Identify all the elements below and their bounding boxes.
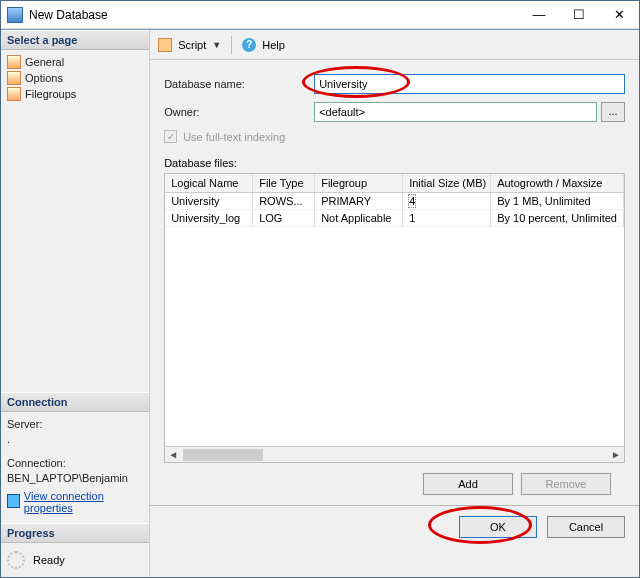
col-logical-name[interactable]: Logical Name xyxy=(165,174,253,192)
help-icon: ? xyxy=(242,38,256,52)
cell-file-type[interactable]: LOG xyxy=(253,210,315,226)
page-label: Filegroups xyxy=(25,88,76,100)
progress-spinner-icon xyxy=(7,551,25,569)
script-icon xyxy=(158,38,172,52)
progress-status: Ready xyxy=(33,554,65,566)
sidebar-item-filegroups[interactable]: Filegroups xyxy=(7,86,143,102)
sidebar-item-options[interactable]: Options xyxy=(7,70,143,86)
remove-button: Remove xyxy=(521,473,611,495)
cancel-button[interactable]: Cancel xyxy=(547,516,625,538)
properties-icon xyxy=(7,494,20,508)
progress-header: Progress xyxy=(1,523,149,543)
page-icon xyxy=(7,55,21,69)
toolbar: Script ▼ ? Help xyxy=(150,30,639,60)
fulltext-label: Use full-text indexing xyxy=(183,131,285,143)
connection-header: Connection xyxy=(1,392,149,412)
titlebar[interactable]: New Database — ☐ ✕ xyxy=(1,1,639,29)
cell-initial-size[interactable]: 4 xyxy=(408,194,416,208)
scroll-right-icon[interactable]: ► xyxy=(608,448,624,462)
page-label: Options xyxy=(25,72,63,84)
minimize-button[interactable]: — xyxy=(519,1,559,29)
form-area: Database name: Owner: ... ✓ Use full-tex… xyxy=(150,60,639,505)
database-name-label: Database name: xyxy=(164,78,314,90)
cell-autogrowth[interactable]: By 10 percent, Unlimited xyxy=(491,210,624,226)
scroll-thumb[interactable] xyxy=(183,449,263,461)
dialog-footer: OK Cancel xyxy=(150,505,639,548)
col-file-type[interactable]: File Type xyxy=(253,174,315,192)
grid-h-scrollbar[interactable]: ◄ ► xyxy=(165,446,624,462)
owner-input[interactable] xyxy=(314,102,597,122)
page-icon xyxy=(7,87,21,101)
cell-file-type[interactable]: ROWS... xyxy=(253,193,315,209)
col-filegroup[interactable]: Filegroup xyxy=(315,174,403,192)
sidebar: Select a page General Options Filegroups… xyxy=(1,30,150,577)
close-button[interactable]: ✕ xyxy=(599,1,639,29)
maximize-button[interactable]: ☐ xyxy=(559,1,599,29)
server-label: Server: xyxy=(7,418,143,430)
owner-browse-button[interactable]: ... xyxy=(601,102,625,122)
server-value: . xyxy=(7,433,143,445)
toolbar-separator xyxy=(231,36,232,54)
script-dropdown-icon[interactable]: ▼ xyxy=(212,40,221,50)
help-button[interactable]: Help xyxy=(262,39,285,51)
page-list: General Options Filegroups xyxy=(1,50,149,106)
cell-filegroup[interactable]: PRIMARY xyxy=(315,193,403,209)
sidebar-item-general[interactable]: General xyxy=(7,54,143,70)
fulltext-checkbox: ✓ xyxy=(164,130,177,143)
page-icon xyxy=(7,71,21,85)
connection-panel: Server: . Connection: BEN_LAPTOP\Benjami… xyxy=(1,412,149,523)
dialog-body: Select a page General Options Filegroups… xyxy=(1,29,639,577)
cell-logical-name[interactable]: University_log xyxy=(165,210,253,226)
grid-row[interactable]: University ROWS... PRIMARY 4 By 1 MB, Un… xyxy=(165,193,624,210)
col-autogrowth[interactable]: Autogrowth / Maxsize xyxy=(491,174,624,192)
col-initial-size[interactable]: Initial Size (MB) xyxy=(403,174,491,192)
grid-header: Logical Name File Type Filegroup Initial… xyxy=(165,174,624,193)
cell-filegroup[interactable]: Not Applicable xyxy=(315,210,403,226)
cell-logical-name[interactable]: University xyxy=(165,193,253,209)
new-database-dialog: New Database — ☐ ✕ Select a page General… xyxy=(0,0,640,578)
add-button[interactable]: Add xyxy=(423,473,513,495)
window-title: New Database xyxy=(29,8,519,22)
cell-initial-size[interactable]: 1 xyxy=(403,210,491,226)
main-panel: Script ▼ ? Help Database name: Owner: ..… xyxy=(150,30,639,577)
connection-label: Connection: xyxy=(7,457,143,469)
database-name-input[interactable] xyxy=(314,74,625,94)
grid-row[interactable]: University_log LOG Not Applicable 1 By 1… xyxy=(165,210,624,227)
ok-button[interactable]: OK xyxy=(459,516,537,538)
database-icon xyxy=(7,7,23,23)
connection-value: BEN_LAPTOP\Benjamin xyxy=(7,472,143,484)
select-page-header: Select a page xyxy=(1,30,149,50)
scroll-left-icon[interactable]: ◄ xyxy=(165,448,181,462)
progress-panel: Ready xyxy=(1,543,149,577)
owner-label: Owner: xyxy=(164,106,314,118)
script-button[interactable]: Script xyxy=(178,39,206,51)
cell-autogrowth[interactable]: By 1 MB, Unlimited xyxy=(491,193,624,209)
page-label: General xyxy=(25,56,64,68)
database-files-label: Database files: xyxy=(164,157,625,169)
database-files-grid[interactable]: Logical Name File Type Filegroup Initial… xyxy=(164,173,625,463)
view-connection-properties-link[interactable]: View connection properties xyxy=(24,490,143,514)
